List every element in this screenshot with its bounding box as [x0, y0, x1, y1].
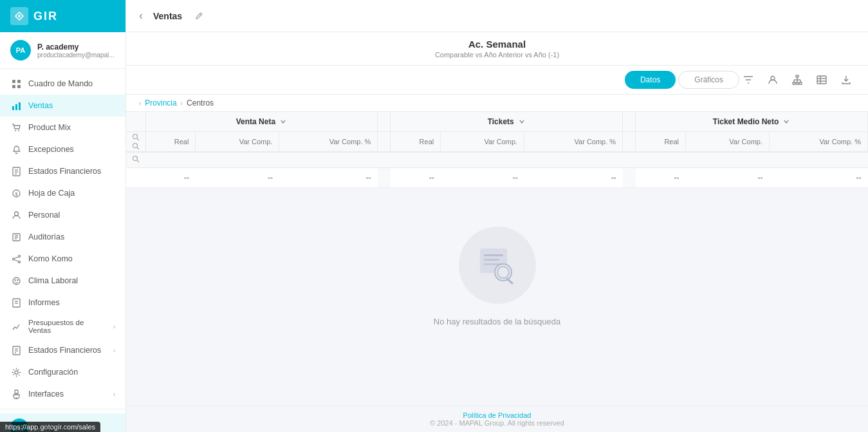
svg-point-63 — [133, 156, 138, 161]
sidebar-item-label: Interfaces — [28, 390, 107, 399]
col-group-tickets: Tickets — [391, 112, 623, 132]
sub-header-var-comp-3: Var Comp. — [686, 132, 770, 153]
share-icon — [10, 253, 22, 265]
empty-icon — [459, 227, 536, 304]
svg-point-23 — [18, 261, 20, 263]
svg-line-60 — [137, 138, 139, 140]
sub-header-var-comp-pct-1: Var Comp. % — [279, 132, 378, 153]
breadcrumb-separator: › — [181, 100, 183, 107]
cart-icon — [10, 122, 22, 133]
privacy-link[interactable]: Política de Privacidad — [463, 411, 531, 419]
sidebar-item-label: Informes — [28, 298, 115, 307]
svg-point-28 — [17, 279, 17, 280]
sidebar-item-excepciones[interactable]: Excepciones — [0, 138, 125, 160]
sidebar-item-auditorias[interactable]: Auditorías — [0, 226, 125, 248]
user-name: P. academy — [37, 42, 115, 52]
sidebar-item-komo-komo[interactable]: Komo Komo — [0, 248, 125, 270]
user-section[interactable]: PA P. academy productacademy@mapal... — [0, 32, 125, 69]
sidebar-logo: GIR — [10, 7, 58, 25]
svg-point-9 — [18, 130, 19, 131]
sidebar-item-label: Hoja de Caja — [28, 189, 115, 198]
plug-icon — [10, 388, 22, 400]
chart-bar-icon — [10, 100, 22, 111]
table-icon[interactable] — [813, 71, 831, 89]
sub-header-var-comp-pct-2: Var Comp. % — [524, 132, 623, 153]
sidebar-item-clima-laboral[interactable]: Clima Laboral — [0, 270, 125, 292]
svg-rect-4 — [17, 85, 21, 88]
chevron-right-icon: › — [113, 323, 115, 330]
sidebar-item-estados-financieros[interactable]: Estados Financieros — [0, 160, 125, 182]
col-group-header-row: Venta Neta Tickets Ticke — [126, 112, 868, 132]
tab-graficos[interactable]: Gráficos — [678, 71, 739, 89]
hierarchy-icon[interactable] — [788, 71, 806, 89]
sidebar-item-product-mix[interactable]: Product Mix — [0, 117, 125, 138]
download-icon[interactable] — [837, 71, 855, 89]
filter-icon[interactable] — [739, 71, 757, 89]
sidebar-item-presupuestos-ventas[interactable]: Presupuestos de Ventas › — [0, 314, 125, 339]
file2-icon — [10, 344, 22, 356]
svg-point-27 — [14, 279, 15, 280]
svg-rect-46 — [796, 75, 799, 77]
row-real-3: -- — [636, 168, 686, 188]
user-icon[interactable] — [764, 71, 782, 89]
back-button[interactable]: ‹ — [139, 9, 143, 23]
breadcrumb: › Provincia › Centros — [126, 95, 868, 112]
nav-menu: Cuadro de Mando Ventas Product Mix Excep… — [0, 69, 125, 409]
sidebar-item-configuracion[interactable]: Configuración — [0, 361, 125, 383]
sub-header-real-3: Real — [636, 132, 686, 153]
svg-rect-48 — [796, 82, 799, 84]
tab-datos[interactable]: Datos — [625, 71, 676, 89]
chevron-right-icon: › — [113, 347, 115, 354]
sidebar-item-label: Ventas — [28, 101, 115, 110]
sidebar-item-label: Product Mix — [28, 123, 115, 132]
breadcrumb-provincia[interactable]: Provincia — [145, 99, 176, 108]
sidebar: GIR PA P. academy productacademy@mapal..… — [0, 0, 126, 432]
sidebar-header: GIR — [0, 0, 125, 32]
main-content: ‹ Ventas Ac. Semanal Comparable vs Año A… — [126, 0, 868, 432]
row-var-comp-pct-2: -- — [524, 168, 623, 188]
col-group-venta-neta: Venta Neta — [145, 112, 378, 132]
person-icon — [10, 209, 22, 221]
row-var-comp-3: -- — [686, 168, 770, 188]
list-icon — [10, 231, 22, 243]
row-var-comp-pct-1: -- — [279, 168, 378, 188]
breadcrumb-centros: Centros — [187, 99, 214, 108]
sidebar-item-cuadro-mando[interactable]: Cuadro de Mando — [0, 73, 125, 95]
sidebar-item-informes[interactable]: Informes — [0, 292, 125, 314]
svg-rect-5 — [12, 106, 14, 110]
topbar: ‹ Ventas — [126, 0, 868, 32]
svg-point-61 — [133, 144, 137, 148]
toolbar-tabs: Datos Gráficos — [625, 71, 739, 89]
data-table: Venta Neta Tickets Ticke — [126, 112, 868, 188]
footer: Política de Privacidad © 2024 - MAPAL Gr… — [126, 406, 868, 432]
chart-line-icon — [10, 321, 22, 332]
search-row — [126, 152, 868, 168]
sidebar-item-ventas[interactable]: Ventas — [0, 95, 125, 117]
copyright: © 2024 - MAPAL Group. All rights reserve… — [131, 419, 863, 427]
svg-line-44 — [199, 14, 201, 15]
col-group-ticket-medio: Ticket Medio Neto — [636, 112, 868, 132]
doc-icon — [10, 297, 22, 308]
report-title: Ac. Semanal — [139, 39, 855, 50]
user-info: P. academy productacademy@mapal... — [37, 42, 115, 59]
svg-point-59 — [133, 135, 137, 139]
edit-icon[interactable] — [195, 11, 203, 21]
logo-text: GIR — [33, 10, 58, 23]
sidebar-item-label: Auditorías — [28, 232, 115, 241]
svg-rect-6 — [15, 104, 17, 110]
svg-line-24 — [14, 257, 18, 259]
sidebar-item-personal[interactable]: Personal — [0, 204, 125, 226]
sub-header-var-comp-2: Var Comp. — [441, 132, 524, 153]
page-title: Ventas — [153, 11, 182, 21]
sub-header-var-comp-pct-3: Var Comp. % — [770, 132, 868, 153]
svg-point-0 — [18, 15, 21, 17]
svg-point-8 — [15, 130, 16, 131]
grid-icon — [10, 78, 22, 89]
col-sub-header-row: Real Var Comp. Var Comp. % Real Var Comp… — [126, 132, 868, 153]
chevron-right-icon: › — [113, 391, 115, 398]
sub-header-real-1: Real — [145, 132, 196, 153]
sidebar-item-interfaces[interactable]: Interfaces › — [0, 383, 125, 405]
row-var-comp-1: -- — [196, 168, 279, 188]
sidebar-item-estados-financieros-2[interactable]: Estados Financieros › — [0, 339, 125, 361]
sidebar-item-hoja-caja[interactable]: $ Hoja de Caja — [0, 182, 125, 204]
